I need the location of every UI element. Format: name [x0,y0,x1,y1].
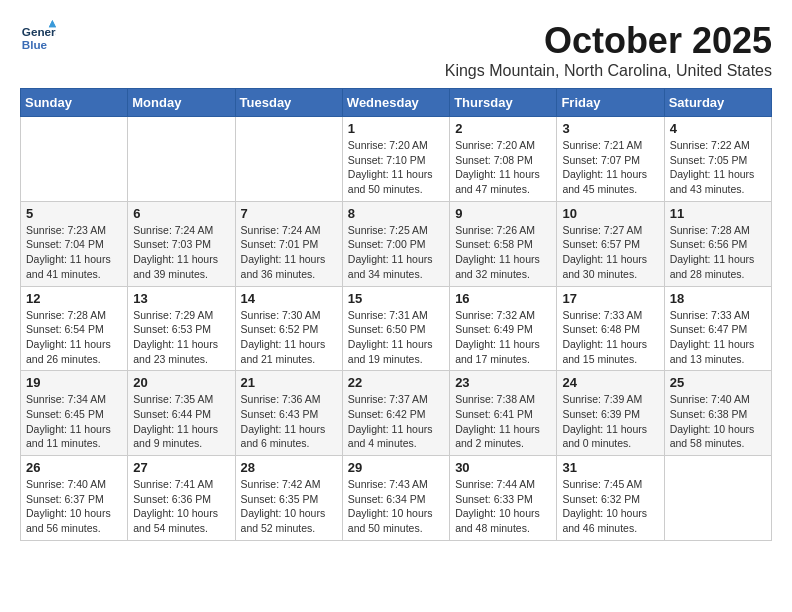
day-cell: 30Sunrise: 7:44 AM Sunset: 6:33 PM Dayli… [450,456,557,541]
day-number: 4 [670,121,766,136]
day-info: Sunrise: 7:31 AM Sunset: 6:50 PM Dayligh… [348,308,444,367]
day-info: Sunrise: 7:28 AM Sunset: 6:56 PM Dayligh… [670,223,766,282]
day-number: 13 [133,291,229,306]
day-cell: 13Sunrise: 7:29 AM Sunset: 6:53 PM Dayli… [128,286,235,371]
day-number: 15 [348,291,444,306]
day-cell: 2Sunrise: 7:20 AM Sunset: 7:08 PM Daylig… [450,117,557,202]
day-number: 11 [670,206,766,221]
day-info: Sunrise: 7:34 AM Sunset: 6:45 PM Dayligh… [26,392,122,451]
day-cell: 23Sunrise: 7:38 AM Sunset: 6:41 PM Dayli… [450,371,557,456]
day-cell: 1Sunrise: 7:20 AM Sunset: 7:10 PM Daylig… [342,117,449,202]
day-info: Sunrise: 7:35 AM Sunset: 6:44 PM Dayligh… [133,392,229,451]
day-info: Sunrise: 7:45 AM Sunset: 6:32 PM Dayligh… [562,477,658,536]
month-title: October 2025 [445,20,772,62]
svg-text:Blue: Blue [22,38,48,51]
day-info: Sunrise: 7:28 AM Sunset: 6:54 PM Dayligh… [26,308,122,367]
day-info: Sunrise: 7:23 AM Sunset: 7:04 PM Dayligh… [26,223,122,282]
day-info: Sunrise: 7:25 AM Sunset: 7:00 PM Dayligh… [348,223,444,282]
location-subtitle: Kings Mountain, North Carolina, United S… [445,62,772,80]
day-info: Sunrise: 7:22 AM Sunset: 7:05 PM Dayligh… [670,138,766,197]
day-cell: 12Sunrise: 7:28 AM Sunset: 6:54 PM Dayli… [21,286,128,371]
header-wednesday: Wednesday [342,89,449,117]
header-row: SundayMondayTuesdayWednesdayThursdayFrid… [21,89,772,117]
day-number: 31 [562,460,658,475]
day-info: Sunrise: 7:41 AM Sunset: 6:36 PM Dayligh… [133,477,229,536]
day-info: Sunrise: 7:29 AM Sunset: 6:53 PM Dayligh… [133,308,229,367]
day-cell: 27Sunrise: 7:41 AM Sunset: 6:36 PM Dayli… [128,456,235,541]
day-cell: 20Sunrise: 7:35 AM Sunset: 6:44 PM Dayli… [128,371,235,456]
header-sunday: Sunday [21,89,128,117]
day-info: Sunrise: 7:43 AM Sunset: 6:34 PM Dayligh… [348,477,444,536]
day-cell: 16Sunrise: 7:32 AM Sunset: 6:49 PM Dayli… [450,286,557,371]
header-friday: Friday [557,89,664,117]
header-monday: Monday [128,89,235,117]
day-cell: 11Sunrise: 7:28 AM Sunset: 6:56 PM Dayli… [664,201,771,286]
day-info: Sunrise: 7:26 AM Sunset: 6:58 PM Dayligh… [455,223,551,282]
week-row-4: 19Sunrise: 7:34 AM Sunset: 6:45 PM Dayli… [21,371,772,456]
calendar-table: SundayMondayTuesdayWednesdayThursdayFrid… [20,88,772,541]
day-info: Sunrise: 7:33 AM Sunset: 6:48 PM Dayligh… [562,308,658,367]
week-row-5: 26Sunrise: 7:40 AM Sunset: 6:37 PM Dayli… [21,456,772,541]
title-block: October 2025 Kings Mountain, North Carol… [445,20,772,80]
day-cell: 24Sunrise: 7:39 AM Sunset: 6:39 PM Dayli… [557,371,664,456]
week-row-2: 5Sunrise: 7:23 AM Sunset: 7:04 PM Daylig… [21,201,772,286]
day-number: 2 [455,121,551,136]
day-cell: 3Sunrise: 7:21 AM Sunset: 7:07 PM Daylig… [557,117,664,202]
day-info: Sunrise: 7:30 AM Sunset: 6:52 PM Dayligh… [241,308,337,367]
day-cell: 18Sunrise: 7:33 AM Sunset: 6:47 PM Dayli… [664,286,771,371]
header-saturday: Saturday [664,89,771,117]
day-cell: 25Sunrise: 7:40 AM Sunset: 6:38 PM Dayli… [664,371,771,456]
logo-icon: General Blue [20,20,56,56]
day-cell: 7Sunrise: 7:24 AM Sunset: 7:01 PM Daylig… [235,201,342,286]
day-number: 16 [455,291,551,306]
header-tuesday: Tuesday [235,89,342,117]
day-info: Sunrise: 7:20 AM Sunset: 7:08 PM Dayligh… [455,138,551,197]
svg-marker-3 [49,20,56,27]
day-info: Sunrise: 7:39 AM Sunset: 6:39 PM Dayligh… [562,392,658,451]
day-cell: 21Sunrise: 7:36 AM Sunset: 6:43 PM Dayli… [235,371,342,456]
day-number: 25 [670,375,766,390]
day-cell: 10Sunrise: 7:27 AM Sunset: 6:57 PM Dayli… [557,201,664,286]
day-number: 1 [348,121,444,136]
day-number: 28 [241,460,337,475]
day-cell: 8Sunrise: 7:25 AM Sunset: 7:00 PM Daylig… [342,201,449,286]
page-header: General Blue October 2025 Kings Mountain… [20,20,772,80]
day-number: 10 [562,206,658,221]
day-cell: 26Sunrise: 7:40 AM Sunset: 6:37 PM Dayli… [21,456,128,541]
day-info: Sunrise: 7:44 AM Sunset: 6:33 PM Dayligh… [455,477,551,536]
day-number: 27 [133,460,229,475]
day-cell [21,117,128,202]
day-number: 7 [241,206,337,221]
day-cell: 19Sunrise: 7:34 AM Sunset: 6:45 PM Dayli… [21,371,128,456]
day-number: 21 [241,375,337,390]
day-cell [664,456,771,541]
day-number: 29 [348,460,444,475]
day-number: 3 [562,121,658,136]
day-cell: 17Sunrise: 7:33 AM Sunset: 6:48 PM Dayli… [557,286,664,371]
day-info: Sunrise: 7:37 AM Sunset: 6:42 PM Dayligh… [348,392,444,451]
day-info: Sunrise: 7:40 AM Sunset: 6:38 PM Dayligh… [670,392,766,451]
day-number: 6 [133,206,229,221]
day-number: 8 [348,206,444,221]
day-number: 17 [562,291,658,306]
day-number: 26 [26,460,122,475]
day-number: 18 [670,291,766,306]
day-cell: 22Sunrise: 7:37 AM Sunset: 6:42 PM Dayli… [342,371,449,456]
day-number: 9 [455,206,551,221]
day-info: Sunrise: 7:42 AM Sunset: 6:35 PM Dayligh… [241,477,337,536]
day-info: Sunrise: 7:24 AM Sunset: 7:03 PM Dayligh… [133,223,229,282]
day-number: 30 [455,460,551,475]
day-cell: 29Sunrise: 7:43 AM Sunset: 6:34 PM Dayli… [342,456,449,541]
week-row-1: 1Sunrise: 7:20 AM Sunset: 7:10 PM Daylig… [21,117,772,202]
day-cell: 31Sunrise: 7:45 AM Sunset: 6:32 PM Dayli… [557,456,664,541]
day-cell: 28Sunrise: 7:42 AM Sunset: 6:35 PM Dayli… [235,456,342,541]
day-number: 20 [133,375,229,390]
day-cell: 14Sunrise: 7:30 AM Sunset: 6:52 PM Dayli… [235,286,342,371]
day-number: 24 [562,375,658,390]
day-cell: 5Sunrise: 7:23 AM Sunset: 7:04 PM Daylig… [21,201,128,286]
day-info: Sunrise: 7:21 AM Sunset: 7:07 PM Dayligh… [562,138,658,197]
logo: General Blue [20,20,56,56]
day-number: 19 [26,375,122,390]
day-info: Sunrise: 7:20 AM Sunset: 7:10 PM Dayligh… [348,138,444,197]
day-cell: 6Sunrise: 7:24 AM Sunset: 7:03 PM Daylig… [128,201,235,286]
